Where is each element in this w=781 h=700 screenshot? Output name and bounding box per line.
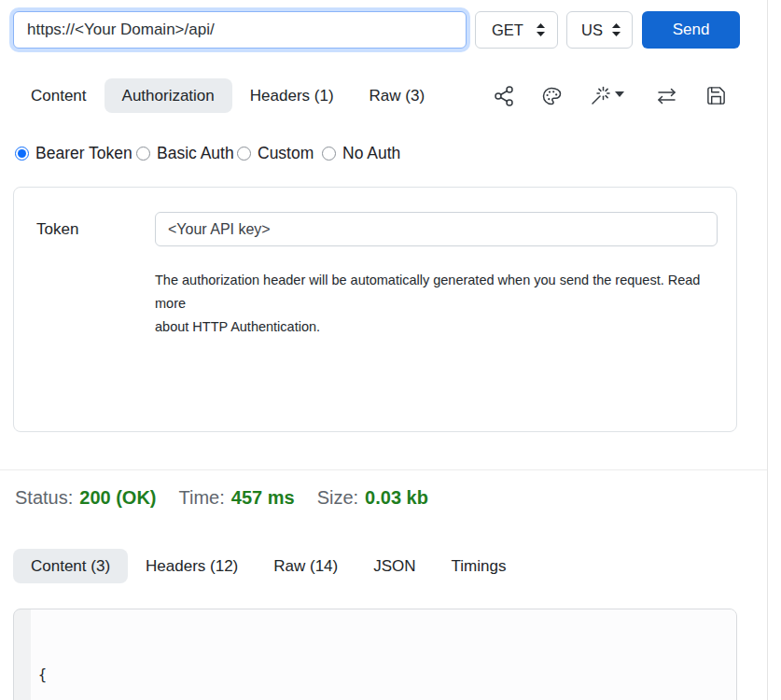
resp-tab-timings[interactable]: Timings	[434, 549, 524, 583]
status-label: Status:	[15, 487, 73, 509]
http-method-select[interactable]: GET	[475, 11, 558, 49]
request-tabs: Content Authorization Headers (1) Raw (3…	[13, 78, 442, 113]
time-value: 457 ms	[231, 487, 295, 509]
token-help-line1: The authorization header will be automat…	[155, 269, 715, 315]
token-help-text: The authorization header will be automat…	[155, 269, 715, 339]
resp-tab-raw[interactable]: Raw (14)	[256, 549, 356, 583]
content-column-edge	[767, 0, 768, 700]
region-value: US	[581, 21, 603, 39]
swap-arrows-icon[interactable]	[655, 85, 678, 107]
radio-label: Basic Auth	[157, 144, 234, 163]
response-status-bar: Status: 200 (OK) Time: 457 ms Size: 0.03…	[15, 487, 428, 509]
tab-content[interactable]: Content	[13, 78, 105, 113]
region-select[interactable]: US	[566, 11, 633, 49]
size-value: 0.03 kb	[365, 487, 428, 509]
url-input[interactable]	[13, 11, 467, 49]
json-open-brace: {	[38, 666, 47, 683]
api-client-window: GET US Send Content Authorization Header…	[0, 0, 781, 700]
send-button[interactable]: Send	[642, 11, 740, 49]
share-icon[interactable]	[493, 85, 515, 107]
radio-basic-auth[interactable]: Basic Auth	[136, 144, 234, 163]
time-label: Time:	[179, 487, 225, 509]
resp-tab-json[interactable]: JSON	[356, 549, 433, 583]
authorization-panel: Token The authorization header will be a…	[13, 187, 737, 432]
radio-custom[interactable]: Custom	[237, 144, 314, 163]
radio-label: No Auth	[342, 144, 400, 163]
save-icon[interactable]	[705, 85, 727, 106]
magic-wand-icon[interactable]	[588, 84, 612, 108]
code-line: {	[38, 664, 736, 687]
select-arrows-icon	[612, 23, 621, 36]
select-arrows-icon	[537, 23, 545, 36]
radio-button[interactable]	[237, 147, 251, 161]
section-divider	[0, 469, 767, 470]
radio-button[interactable]	[322, 147, 336, 161]
resp-tab-headers[interactable]: Headers (12)	[128, 549, 256, 583]
tab-authorization[interactable]: Authorization	[105, 78, 232, 113]
response-json: { "message": "API running." }	[31, 609, 736, 700]
token-label: Token	[36, 220, 78, 239]
radio-button[interactable]	[136, 147, 150, 161]
radio-label: Custom	[258, 144, 314, 163]
resp-tab-content[interactable]: Content (3)	[13, 549, 128, 583]
token-input[interactable]	[155, 212, 718, 246]
response-body-block: { "message": "API running." }	[13, 609, 737, 700]
radio-button-selected[interactable]	[15, 147, 29, 161]
radio-no-auth[interactable]: No Auth	[322, 144, 400, 163]
status-value: 200 (OK)	[79, 487, 156, 509]
response-tabs: Content (3) Headers (12) Raw (14) JSON T…	[13, 549, 523, 583]
radio-label: Bearer Token	[35, 144, 132, 163]
size-label: Size:	[317, 487, 358, 509]
radio-bearer-token[interactable]: Bearer Token	[15, 144, 132, 163]
tab-raw[interactable]: Raw (3)	[352, 78, 443, 113]
tab-headers[interactable]: Headers (1)	[232, 78, 352, 113]
token-help-line2: about HTTP Authentication.	[155, 315, 715, 339]
dropdown-caret-icon[interactable]	[615, 91, 624, 98]
http-method-value: GET	[492, 21, 523, 39]
palette-icon[interactable]	[540, 85, 563, 107]
